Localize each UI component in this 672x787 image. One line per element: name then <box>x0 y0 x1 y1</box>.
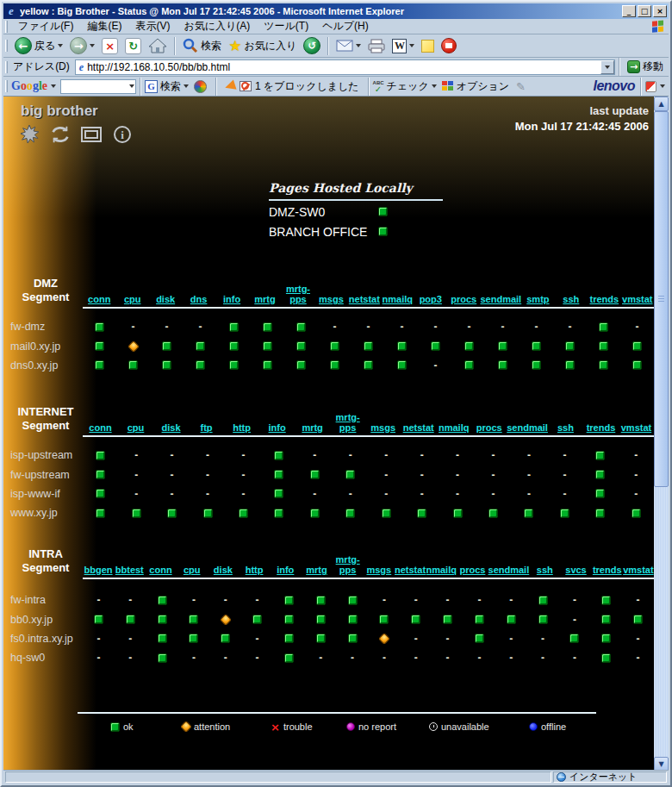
column-link-conn[interactable]: conn <box>89 422 111 433</box>
column-link-mrtgpps[interactable]: mrtg- pps <box>336 412 360 433</box>
google-dropdown-icon[interactable] <box>51 84 56 88</box>
status-ok-icon[interactable] <box>532 360 541 370</box>
status-ok-icon[interactable] <box>595 451 605 460</box>
megaphone-icon[interactable] <box>223 79 236 92</box>
column-link-smtp[interactable]: smtp <box>526 294 549 304</box>
status-ok-icon[interactable] <box>453 509 463 518</box>
menu-view[interactable]: 表示(V) <box>128 18 177 34</box>
status-ok-icon[interactable] <box>632 341 642 351</box>
status-ok-icon[interactable] <box>595 489 605 498</box>
status-ok-icon[interactable] <box>284 615 294 624</box>
vendor-dropdown-icon[interactable] <box>660 84 665 88</box>
toolbar-gripper[interactable] <box>5 21 8 33</box>
status-ok-icon[interactable] <box>263 322 272 332</box>
status-ok-icon[interactable] <box>601 596 611 605</box>
status-ok-icon[interactable] <box>601 615 611 624</box>
status-ok-icon[interactable] <box>221 634 230 643</box>
status-ok-icon[interactable] <box>330 341 339 351</box>
status-ok-icon[interactable] <box>284 634 294 643</box>
column-link-conn[interactable]: conn <box>149 565 171 575</box>
column-link-procs[interactable]: procs <box>451 294 476 304</box>
column-link-bbtest[interactable]: bbtest <box>115 565 144 575</box>
column-link-cpu[interactable]: cpu <box>124 294 141 304</box>
status-ok-icon[interactable] <box>345 509 355 518</box>
status-ok-icon[interactable] <box>162 360 171 370</box>
column-link-http[interactable]: http <box>246 565 264 575</box>
status-ok-icon[interactable] <box>110 722 120 732</box>
status-ok-icon[interactable] <box>595 509 605 518</box>
column-link-procs[interactable]: procs <box>476 422 502 433</box>
column-link-sendmail[interactable]: sendmail <box>507 422 548 433</box>
column-link-msgs[interactable]: msgs <box>319 294 344 304</box>
refresh-button[interactable]: ↻ <box>121 37 145 55</box>
status-ok-icon[interactable] <box>96 451 105 460</box>
status-ok-icon[interactable] <box>310 470 320 479</box>
vertical-scrollbar[interactable]: ▲ ▼ <box>654 97 669 771</box>
status-ok-icon[interactable] <box>475 615 484 624</box>
column-link-nmailq[interactable]: nmailq <box>383 294 413 304</box>
status-ok-icon[interactable] <box>498 341 507 351</box>
status-attention-icon[interactable] <box>180 721 192 733</box>
status-ok-icon[interactable] <box>345 470 355 479</box>
status-ok-icon[interactable] <box>411 615 420 624</box>
column-link-mrtg[interactable]: mrtg <box>254 294 275 304</box>
status-ok-icon[interactable] <box>229 360 239 370</box>
status-ok-icon[interactable] <box>95 322 104 332</box>
status-ok-icon[interactable] <box>196 341 205 351</box>
status-ok-icon[interactable] <box>507 615 516 624</box>
status-ok-icon[interactable] <box>274 470 283 479</box>
status-ok-icon[interactable] <box>132 509 141 518</box>
column-link-http[interactable]: http <box>233 422 251 433</box>
status-ok-icon[interactable] <box>263 360 272 370</box>
status-ok-icon[interactable] <box>599 341 608 351</box>
status-ok-icon[interactable] <box>464 341 474 351</box>
status-ok-icon[interactable] <box>189 615 198 624</box>
status-ok-icon[interactable] <box>274 451 283 460</box>
column-link-pop3[interactable]: pop3 <box>420 294 442 304</box>
status-ok-icon[interactable] <box>633 615 643 624</box>
status-ok-icon[interactable] <box>348 634 358 643</box>
google-search-button[interactable]: 検索 <box>158 79 184 94</box>
status-ok-icon[interactable] <box>284 596 294 605</box>
menu-help[interactable]: ヘルプ(H) <box>315 18 376 34</box>
status-ok-icon[interactable] <box>565 360 575 370</box>
status-ok-icon[interactable] <box>348 596 358 605</box>
column-link-vmstat[interactable]: vmstat <box>622 294 652 304</box>
status-ok-icon[interactable] <box>274 509 283 518</box>
maximize-button[interactable]: □ <box>638 5 651 17</box>
menu-edit[interactable]: 編集(E) <box>80 18 128 34</box>
toolbar-gripper[interactable] <box>5 80 8 92</box>
status-ok-icon[interactable] <box>378 207 388 216</box>
column-link-mrtgpps[interactable]: mrtg- pps <box>286 284 310 304</box>
status-ok-icon[interactable] <box>565 341 575 351</box>
status-ok-icon[interactable] <box>632 509 641 518</box>
column-link-sendmail[interactable]: sendmail <box>488 565 530 575</box>
pagerank-icon[interactable] <box>194 80 207 93</box>
spellcheck-dropdown-icon[interactable] <box>432 84 437 88</box>
status-ok-icon[interactable] <box>96 489 105 498</box>
status-ok-icon[interactable] <box>475 634 484 643</box>
address-input[interactable]: e http://192.168.10.50/bb/bb.html <box>75 59 615 75</box>
status-ok-icon[interactable] <box>296 341 306 351</box>
column-link-netstat[interactable]: netstat <box>403 422 434 433</box>
status-ok-icon[interactable] <box>397 360 407 370</box>
vendor-icon[interactable] <box>645 81 656 92</box>
status-ok-icon[interactable] <box>524 509 533 518</box>
column-link-trends[interactable]: trends <box>587 422 616 433</box>
status-ok-icon[interactable] <box>274 489 283 498</box>
go-button[interactable]: → 移動 <box>624 59 669 74</box>
column-link-trends[interactable]: trends <box>593 565 622 575</box>
status-ok-icon[interactable] <box>128 360 138 370</box>
status-attention-icon[interactable] <box>127 340 139 353</box>
column-link-netstat[interactable]: netstat <box>349 294 380 304</box>
status-ok-icon[interactable] <box>296 322 306 332</box>
status-ok-icon[interactable] <box>95 360 104 370</box>
column-link-bbgen[interactable]: bbgen <box>84 565 113 575</box>
menu-file[interactable]: ファイル(F) <box>11 18 80 34</box>
status-ok-icon[interactable] <box>94 615 103 624</box>
status-ok-icon[interactable] <box>263 341 272 351</box>
status-ok-icon[interactable] <box>443 615 452 624</box>
status-ok-icon[interactable] <box>229 341 239 351</box>
google-logo[interactable]: Google <box>11 79 47 93</box>
status-ok-icon[interactable] <box>96 509 105 518</box>
